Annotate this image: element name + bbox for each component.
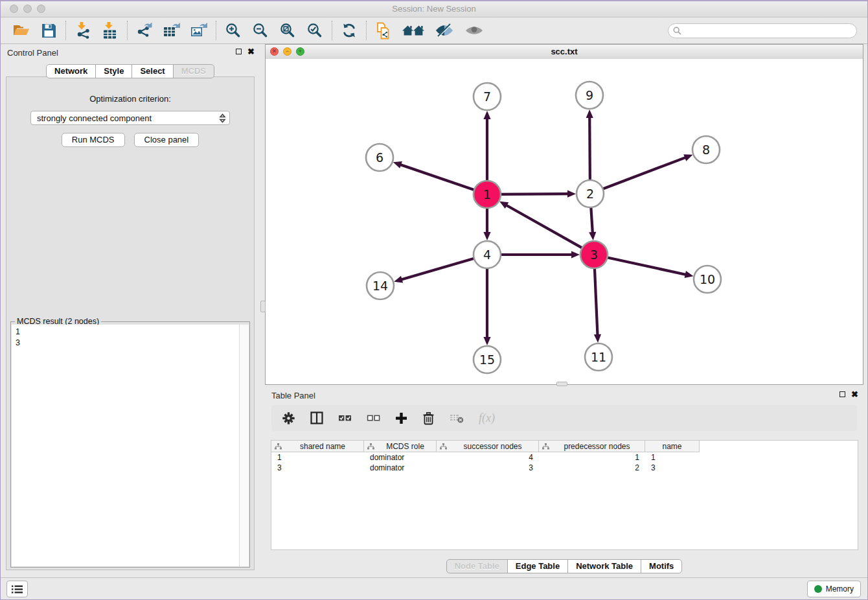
hide-selected-button[interactable] (434, 21, 455, 40)
gear-button[interactable] (282, 411, 295, 425)
home-button[interactable] (402, 21, 425, 40)
hierarchy-icon (367, 443, 374, 450)
table-row[interactable]: 1dominator411 (271, 452, 858, 463)
function-builder-button[interactable]: f(x) (479, 411, 495, 425)
graph-edge[interactable] (505, 205, 584, 249)
table-cell: 3 (271, 463, 364, 472)
search-icon (673, 27, 681, 35)
tab-mcds[interactable]: MCDS (173, 64, 214, 78)
task-history-icon (12, 585, 23, 594)
zoom-in-button[interactable] (224, 21, 242, 40)
columns-button[interactable] (310, 411, 323, 424)
graph-edge[interactable] (606, 257, 687, 275)
graph-node-label: 8 (702, 143, 710, 157)
hierarchy-icon (542, 443, 549, 450)
zoom-fit-button[interactable] (279, 21, 297, 40)
export-network-button[interactable] (135, 21, 154, 40)
delete-column-button[interactable] (450, 413, 464, 424)
select-all-icon (338, 412, 352, 424)
table-cell: dominator (364, 453, 437, 462)
search-field[interactable] (668, 23, 857, 38)
column-header-predecessor-nodes[interactable]: predecessor nodes (539, 441, 645, 452)
import-network-icon (74, 22, 91, 39)
graph-node-label: 6 (376, 150, 383, 165)
table-cell: dominator (364, 463, 437, 472)
network-titlebar: ✕ − + scc.txt (266, 45, 863, 60)
graph-edge[interactable] (595, 267, 598, 336)
search-input[interactable] (668, 23, 857, 38)
tab-edge-table[interactable]: Edge Table (507, 559, 568, 573)
graph-edge[interactable] (499, 194, 569, 194)
result-scrollbar[interactable] (239, 325, 249, 566)
control-panel: Control Panel ✖ Network Style Select MCD… (1, 44, 260, 579)
graph-edge[interactable] (602, 157, 687, 189)
save-session-button[interactable] (40, 21, 58, 40)
export-image-icon (190, 22, 208, 39)
graph-edge[interactable] (399, 164, 475, 190)
memory-button[interactable]: Memory (807, 581, 861, 597)
tab-node-table[interactable]: Node Table (446, 559, 508, 573)
control-panel-title: Control Panel (7, 48, 58, 58)
select-all-button[interactable] (338, 412, 352, 424)
open-session-button[interactable] (12, 21, 30, 40)
graph-edge-arrowhead (586, 110, 593, 118)
export-table-button[interactable] (163, 21, 181, 40)
zoom-out-button[interactable] (251, 21, 269, 40)
clone-network-icon (375, 22, 392, 40)
column-header-successor-nodes[interactable]: successor nodes (437, 441, 539, 452)
show-all-button[interactable] (464, 21, 485, 40)
column-header-name[interactable]: name (645, 441, 700, 452)
close-panel-icon[interactable]: ✖ (247, 48, 255, 55)
import-network-button[interactable] (74, 21, 92, 40)
add-column-button[interactable] (395, 412, 407, 424)
close-table-panel-icon[interactable]: ✖ (851, 391, 858, 398)
add-column-icon (395, 412, 407, 424)
vertical-resize-grip[interactable] (260, 301, 266, 312)
task-history-button[interactable] (6, 581, 28, 597)
chevron-up-down-icon (219, 113, 226, 124)
table-row[interactable]: 3dominator323 (271, 463, 858, 473)
column-header-mcds-role[interactable]: MCDS role (364, 441, 437, 452)
table-header-row: shared name MCDS role successor nodes (271, 441, 858, 452)
export-table-icon (163, 22, 181, 39)
criterion-value: strongly connected component (37, 113, 152, 123)
float-table-panel-icon[interactable] (839, 391, 845, 397)
graph-node-label: 9 (586, 88, 593, 102)
graph-edge[interactable] (591, 206, 593, 234)
import-table-button[interactable] (101, 21, 119, 40)
criterion-dropdown[interactable]: strongly connected component (30, 111, 230, 125)
tab-network-table[interactable]: Network Table (567, 559, 641, 573)
float-panel-icon[interactable] (236, 49, 242, 54)
graph-edge-arrowhead (683, 154, 692, 161)
graph-edge[interactable] (400, 258, 475, 280)
column-header-shared-name[interactable]: shared name (271, 441, 364, 452)
tab-network[interactable]: Network (46, 64, 96, 78)
table-body: 1dominator4113dominator323 (271, 452, 858, 473)
zoom-selected-button[interactable] (306, 21, 324, 40)
delete-button[interactable] (422, 411, 435, 425)
graph-node-label: 4 (483, 248, 491, 262)
close-panel-button[interactable]: Close panel (134, 133, 200, 147)
horizontal-resize-grip[interactable] (556, 382, 567, 386)
application-window: Session: New Session (0, 0, 868, 600)
clone-network-button[interactable] (374, 21, 393, 40)
network-canvas[interactable]: 7968124314101511 (266, 59, 863, 384)
deselect-all-button[interactable] (367, 412, 380, 424)
app-title: Session: New Session (1, 4, 867, 14)
refresh-layout-icon (341, 22, 358, 39)
table-cell: 1 (271, 453, 364, 462)
table-cell: 3 (437, 463, 539, 472)
graph-edge[interactable] (589, 116, 590, 181)
export-image-button[interactable] (190, 21, 208, 40)
refresh-layout-button[interactable] (340, 21, 358, 40)
graph-node-label: 3 (590, 248, 598, 262)
graph-edge-arrowhead (594, 334, 601, 343)
table-panel-title: Table Panel (271, 391, 315, 400)
tab-style[interactable]: Style (95, 64, 132, 78)
tab-select[interactable]: Select (131, 64, 173, 78)
main-region: Control Panel ✖ Network Style Select MCD… (1, 44, 867, 579)
table-cell: 2 (539, 463, 645, 472)
run-mcds-button[interactable]: Run MCDS (62, 133, 125, 147)
graph-edge-arrowhead (571, 251, 580, 258)
tab-motifs[interactable]: Motifs (641, 559, 682, 573)
